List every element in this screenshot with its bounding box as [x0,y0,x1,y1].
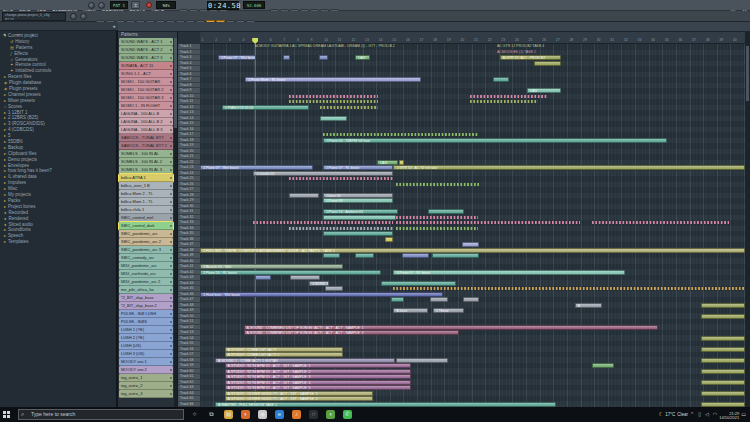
playlist-vertical-scrollbar[interactable] [745,32,750,407]
pattern-chip[interactable]: tag_outro_2 [119,382,173,390]
midi-pattern-clip[interactable] [470,99,538,104]
playlist-clip[interactable]: J-Piano 10 - RL boost [200,270,381,275]
pattern-chip[interactable]: SOMELS - 100 IN AL 3 [119,166,173,174]
timeline-ruler[interactable]: 1234567891011121314151617181920212223242… [200,32,745,44]
playlist-clip[interactable] [355,253,374,258]
playlist-clip[interactable] [701,380,745,385]
notification-center-icon[interactable]: ▭ [739,407,748,422]
pattern-mute-dot[interactable] [170,297,172,299]
playlist-clip[interactable]: B [575,303,602,308]
pattern-chip[interactable]: tag_outro_1 [119,374,173,382]
playlist-grid[interactable]: ACMODY GUITARRA 1 AC SPREAD DREAM LAGTDA… [200,44,745,407]
playlist-clip[interactable] [290,275,320,280]
midi-pattern-clip[interactable] [470,94,548,99]
playlist-clip[interactable]: 1 Tbnsp [433,308,464,313]
swing-knob[interactable] [80,13,87,20]
pattern-chip[interactable]: PULSE - 808 LUSH [119,310,173,318]
main-volume-knob[interactable] [88,2,95,9]
playlist-clip[interactable] [592,363,614,368]
pattern-mute-dot[interactable] [170,257,172,259]
pattern-chip[interactable]: *2_BIT_slap_bass [119,294,173,302]
playlist-clip[interactable]: A-STUDIO - OLIVER GUILD (T) - ACT - 1ST … [225,396,374,401]
pattern-mute-dot[interactable] [170,225,172,227]
pattern-mute-dot[interactable] [170,369,172,371]
pattern-chip[interactable]: tag_outro_3 [119,390,173,398]
pattern-mute-dot[interactable] [170,337,172,339]
pattern-chip[interactable]: *2_BIT_slap_bass 2 [119,302,173,310]
playlist-clip[interactable]: J-GTR 10 - AC 92 full take [393,165,745,170]
playlist-clip[interactable]: A-SOUND 1 - COMB (ACT) 1 GUITAR [215,358,395,363]
browser-item-templates[interactable]: ▸Templates [2,239,116,245]
pattern-chip[interactable]: me_pile_africa_loc [119,286,173,294]
playlist-clip[interactable] [399,160,404,165]
midi-pattern-clip[interactable] [320,105,379,110]
whatsapp-icon[interactable]: ✆ [343,410,352,419]
playlist-clip[interactable] [701,358,745,363]
playlist-clip[interactable] [385,237,393,242]
pattern-chip[interactable]: SBIC_pandemic_arc 2 [119,238,173,246]
playlist-clip[interactable]: A-STUDIO - OLIVER GUILD (T) - ACT - 1ST … [225,391,374,396]
playlist-clip[interactable]: J-Piano Mom - RL boost [245,77,421,82]
midi-pattern-clip[interactable] [396,215,478,220]
playlist-clip[interactable] [432,253,480,258]
edge-icon[interactable]: e [275,410,284,419]
pattern-chip[interactable]: bdlica_over_1 B [119,182,173,190]
pattern-mute-dot[interactable] [170,81,172,83]
pattern-mute-dot[interactable] [170,177,172,179]
clip-label-row[interactable]: ACMODY GUITARRA 1 AC SPREAD DREAM LAGTDA… [255,44,500,49]
tray-battery-icon[interactable]: ▯ [696,407,703,422]
tempo-display[interactable]: 92.000 [243,1,265,9]
pattern-mute-dot[interactable] [170,241,172,243]
playlist-clip[interactable] [381,281,456,286]
time-display[interactable]: 0:24.58 [207,1,239,10]
pattern-mute-dot[interactable] [170,385,172,387]
midi-pattern-clip[interactable] [289,226,394,231]
midi-pattern-clip[interactable] [396,182,479,187]
playlist-clip[interactable]: A-STUDIO - COMB LIST (ACT) [225,347,344,352]
pattern-chip[interactable]: LUSH 3 (US) [119,350,173,358]
pattern-mute-dot[interactable] [170,49,172,51]
playlist-clip[interactable] [430,297,448,302]
playlist-clip[interactable]: B-keys [393,308,427,313]
pattern-mute-dot[interactable] [170,113,172,115]
firefox-icon[interactable]: ◗ [241,410,250,419]
pattern-mute-dot[interactable] [170,129,172,131]
playlist-clip[interactable] [701,347,745,352]
playlist-clip[interactable] [463,297,479,302]
playlist-clip[interactable]: A-GTR 12 (AC) - PROD B2 [500,55,561,60]
nvidia-icon[interactable]: ◖ [326,410,335,419]
pattern-mute-dot[interactable] [170,329,172,331]
midi-pattern-clip[interactable] [393,286,745,291]
midi-pattern-clip[interactable] [253,220,393,225]
playlist-clip[interactable]: A-MASTER - FULL SESSION TAKE 1 [215,402,556,407]
playlist-clip[interactable]: J-chords 02 [253,171,393,176]
playlist-clip[interactable]: J-Piano 07 - RL boost [393,270,625,275]
playlist-clip[interactable]: J-FULL MIX - 92BPM - COMPLETE ARRANGEMEN… [200,248,745,253]
pattern-selector-lcd[interactable]: PAT 1 [110,1,128,9]
pattern-chip[interactable]: MIDI_earthside_arc [119,270,173,278]
cortana-icon[interactable]: ○ [190,410,199,419]
playlist-clip[interactable]: A-STUDIO - 92 94 BPM (1) - ACT - 1ST - S… [225,385,412,390]
pattern-mute-dot[interactable] [170,353,172,355]
clip-label-row[interactable]: AC GTR 12 PROD B2 TAKE 4 [497,44,565,49]
pattern-chip[interactable]: SOMELS - 100 IN AL 2 [119,158,173,166]
pattern-mute-dot[interactable] [170,169,172,171]
pattern-chip[interactable]: SAMOCK - TONAL BYT 2 [119,142,173,150]
pattern-chip[interactable]: MOMO - 100 GUITAR 3 [119,94,173,102]
pattern-mute-dot[interactable] [170,393,172,395]
obs-icon[interactable]: ◌ [309,410,318,419]
playlist-clip[interactable] [428,209,465,214]
pattern-mute-dot[interactable] [170,233,172,235]
taskbar-search-input[interactable]: Type here to search [18,409,184,420]
playlist-clip[interactable]: A-SOUND - COMBINED LIST OF SONGS (ACT) -… [244,325,658,330]
main-pitch-knob[interactable] [98,2,105,9]
playlist-clip[interactable]: J-Piano 07 - Wet boost [200,165,313,170]
pattern-mute-dot[interactable] [170,145,172,147]
playlist-clip[interactable] [701,314,745,319]
pattern-mute-dot[interactable] [170,217,172,219]
playlist-clip[interactable] [701,369,745,374]
pattern-mute-dot[interactable] [170,65,172,67]
pattern-mute-dot[interactable] [170,265,172,267]
pattern-mute-dot[interactable] [170,377,172,379]
playlist-clip[interactable]: A-SOUND - COMBINED LIST OF SONGS (ACT) -… [244,330,459,335]
